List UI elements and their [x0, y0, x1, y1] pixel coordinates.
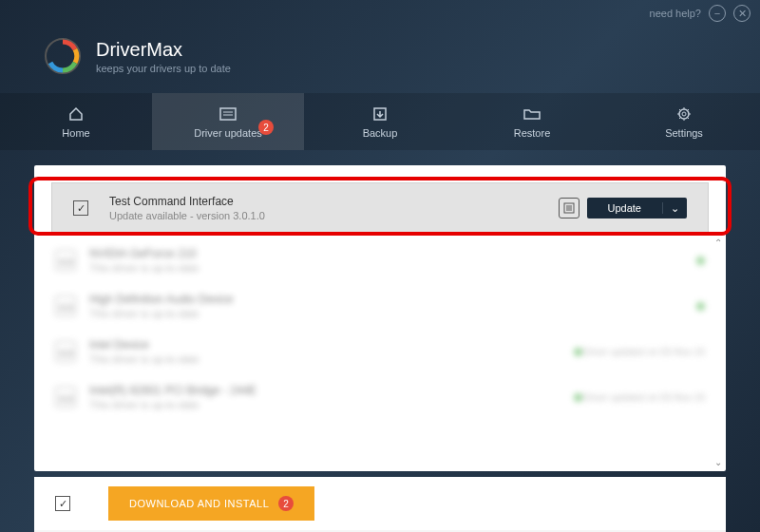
scroll-down-icon[interactable]: ⌄	[714, 457, 722, 467]
folder-icon	[523, 105, 541, 123]
download-label: DOWNLOAD AND INSTALL	[129, 498, 269, 509]
list-icon	[219, 105, 237, 123]
select-all-checkbox[interactable]	[55, 496, 70, 511]
gear-icon	[675, 105, 693, 123]
nav-bar: Home Driver updates 2 Backup Restore Set…	[0, 93, 760, 150]
brand-subtitle: keeps your drivers up to date	[96, 63, 231, 74]
minimize-button[interactable]: −	[709, 5, 726, 22]
status-dot	[696, 256, 705, 265]
device-icon: ▭	[55, 250, 76, 271]
nav-label: Backup	[363, 127, 398, 139]
nav-settings[interactable]: Settings	[608, 93, 760, 150]
logo-icon	[43, 36, 83, 76]
nav-label: Settings	[665, 127, 703, 139]
device-icon: ▭	[55, 387, 76, 408]
svg-point-6	[682, 112, 686, 116]
header: DriverMax keeps your drivers up to date	[0, 27, 760, 93]
list-item: ▭ High Definition Audio DeviceThis drive…	[51, 283, 709, 329]
driver-subtitle: Update available - version 3.0.1.0	[109, 210, 559, 221]
nav-driver-updates[interactable]: Driver updates 2	[152, 93, 304, 150]
nav-backup[interactable]: Backup	[304, 93, 456, 150]
status-dot	[574, 348, 582, 356]
nav-label: Restore	[514, 127, 551, 139]
home-icon	[67, 105, 85, 123]
help-link[interactable]: need help?	[650, 8, 701, 19]
brand-title: DriverMax	[96, 39, 231, 61]
device-icon: ▭	[55, 295, 76, 316]
svg-rect-1	[220, 108, 236, 120]
nav-label: Driver updates	[194, 127, 262, 139]
titlebar: need help? − ✕	[0, 0, 760, 27]
update-split-button[interactable]: Update ⌄	[587, 198, 687, 218]
list-item: ▭ NVIDIA GeForce 210This driver is up-to…	[51, 238, 709, 283]
download-install-button[interactable]: DOWNLOAD AND INSTALL 2	[108, 486, 314, 521]
device-icon: ▭	[55, 341, 76, 362]
driver-row-featured[interactable]: Test Command Interface Update available …	[51, 182, 709, 234]
list-item: ▭ Intel(R) 82801 PCI Bridge - 244EThis d…	[51, 374, 709, 420]
list-item: ▭ Intel DeviceThis driver is up-to-date …	[51, 329, 709, 374]
download-count-badge: 2	[278, 496, 294, 511]
close-button[interactable]: ✕	[733, 5, 750, 22]
status-dot	[696, 302, 705, 311]
scroll-up-icon[interactable]: ⌃	[714, 238, 722, 248]
details-button[interactable]	[559, 198, 580, 218]
blurred-driver-list: ⌃ ▭ NVIDIA GeForce 210This driver is up-…	[34, 234, 726, 471]
status-dot	[574, 393, 582, 402]
download-bar: DOWNLOAD AND INSTALL 2	[34, 477, 726, 530]
driver-list-panel: Test Command Interface Update available …	[34, 165, 726, 471]
nav-home[interactable]: Home	[0, 93, 152, 150]
chevron-down-icon[interactable]: ⌄	[663, 202, 687, 215]
download-icon	[371, 105, 389, 123]
driver-title: Test Command Interface	[109, 195, 559, 208]
row-checkbox[interactable]	[73, 200, 88, 216]
update-count-badge: 2	[258, 120, 274, 135]
nav-label: Home	[62, 127, 89, 139]
nav-restore[interactable]: Restore	[456, 93, 608, 150]
update-button[interactable]: Update	[587, 202, 663, 214]
